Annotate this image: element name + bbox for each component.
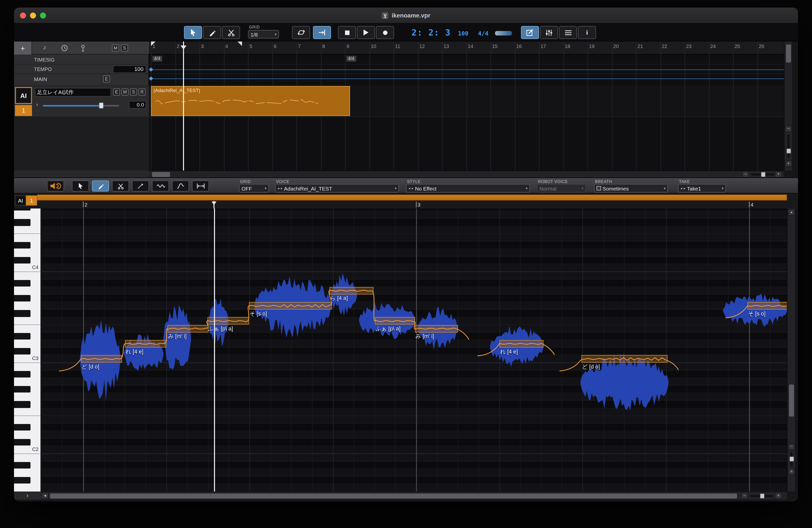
prev-arrow-icon[interactable]: ◂ bbox=[681, 186, 682, 190]
white-key[interactable]: C4 bbox=[14, 264, 41, 272]
white-key[interactable] bbox=[14, 317, 41, 325]
roll-ruler[interactable]: 234 bbox=[14, 201, 798, 208]
white-key[interactable] bbox=[14, 431, 41, 439]
loop-end-marker[interactable] bbox=[237, 42, 242, 46]
timeline-playhead[interactable] bbox=[183, 42, 184, 171]
arrangement-hscrollbar[interactable]: − + bbox=[149, 171, 784, 177]
hscroll-thumb[interactable] bbox=[152, 172, 170, 177]
roll-hzoom-knob[interactable] bbox=[760, 494, 765, 499]
black-key[interactable] bbox=[14, 294, 41, 302]
black-key[interactable] bbox=[14, 385, 41, 393]
next-arrow-icon[interactable]: ▸ bbox=[412, 186, 414, 190]
vscroll-thumb[interactable] bbox=[786, 44, 791, 62]
horizontal-zoom-in-button[interactable]: + bbox=[775, 171, 782, 177]
scroll-up-button[interactable]: ▲ bbox=[788, 209, 795, 216]
roll-hscrollbar[interactable]: ◀ − + bbox=[41, 492, 787, 499]
roll-hzoom-out-button[interactable]: − bbox=[741, 493, 748, 499]
track-solo-button[interactable]: S bbox=[130, 88, 137, 96]
loop-start-marker[interactable] bbox=[151, 42, 156, 46]
main-edit-button[interactable]: E bbox=[103, 75, 110, 83]
arrangement-grid[interactable]: 1234567891011121314151617181920212223242… bbox=[149, 42, 784, 171]
white-key[interactable] bbox=[14, 378, 41, 385]
white-key[interactable] bbox=[14, 226, 41, 234]
piano-roll-grid[interactable]: ど [d o]れ [4 e]み [m' i]ふぁ [p\ a]そ [s o]ら … bbox=[41, 208, 787, 492]
roll-pencil-tool-button[interactable] bbox=[92, 180, 109, 191]
timesig-chip[interactable]: 4/4 bbox=[346, 56, 356, 62]
master-mute-button[interactable]: M bbox=[112, 44, 119, 52]
white-key[interactable] bbox=[14, 211, 41, 219]
white-key[interactable]: C3 bbox=[14, 355, 41, 363]
scissors-tool-button[interactable] bbox=[222, 26, 240, 39]
loop-button[interactable] bbox=[292, 26, 310, 39]
stop-button[interactable] bbox=[338, 26, 356, 39]
automation-point[interactable] bbox=[149, 68, 153, 72]
roll-hscroll-thumb[interactable] bbox=[50, 494, 737, 499]
mixer-button[interactable] bbox=[540, 26, 558, 39]
preview-play-button[interactable] bbox=[47, 180, 64, 191]
black-key[interactable] bbox=[14, 256, 41, 264]
keyboard-expand-button[interactable]: › bbox=[14, 492, 41, 499]
horizontal-zoom-out-button[interactable]: − bbox=[742, 171, 749, 177]
vertical-zoom-slider[interactable] bbox=[787, 134, 789, 158]
white-key[interactable] bbox=[14, 325, 41, 332]
timesig-chip[interactable]: 4/4 bbox=[152, 56, 162, 62]
clock-icon[interactable] bbox=[61, 44, 68, 52]
white-key[interactable] bbox=[14, 249, 41, 256]
timeline-playhead-marker[interactable] bbox=[180, 45, 186, 49]
breath-select[interactable]: Sometimes ▾ bbox=[594, 184, 668, 192]
white-key[interactable] bbox=[14, 469, 41, 476]
white-key[interactable]: C2 bbox=[14, 446, 41, 454]
roll-grid-select[interactable]: OFF ▾ bbox=[239, 184, 269, 192]
volume-slider-knob[interactable] bbox=[99, 103, 103, 108]
black-key[interactable] bbox=[14, 279, 41, 287]
note-icon[interactable]: ♪ bbox=[43, 44, 46, 51]
black-key[interactable] bbox=[14, 401, 41, 408]
pencil-tool-button[interactable] bbox=[203, 26, 221, 39]
zoom-button[interactable] bbox=[40, 13, 46, 18]
roll-playhead-marker[interactable] bbox=[212, 202, 217, 205]
tempo-automation-line[interactable] bbox=[149, 70, 784, 70]
black-key[interactable] bbox=[14, 370, 41, 378]
part-region-bar[interactable] bbox=[37, 194, 787, 201]
roll-scissors-tool-button[interactable] bbox=[112, 180, 129, 191]
automation-point[interactable] bbox=[149, 76, 153, 81]
edit-mode-button[interactable] bbox=[521, 26, 539, 39]
master-solo-button[interactable]: S bbox=[121, 44, 128, 52]
volume-value-field[interactable]: 0.0 bbox=[129, 101, 146, 108]
white-key[interactable] bbox=[14, 272, 41, 279]
white-key[interactable] bbox=[14, 363, 41, 370]
track-edit-button[interactable]: E bbox=[113, 88, 120, 96]
roll-hzoom-in-button[interactable]: + bbox=[775, 493, 782, 499]
close-button[interactable] bbox=[20, 13, 26, 18]
pitch-curve[interactable] bbox=[59, 290, 787, 371]
white-key[interactable] bbox=[14, 287, 41, 294]
play-button[interactable] bbox=[357, 26, 375, 39]
black-key[interactable] bbox=[14, 310, 41, 317]
take-select[interactable]: ◂ ▸ Take1 ▾ bbox=[678, 184, 726, 192]
main-automation-line[interactable] bbox=[149, 78, 784, 79]
roll-pointer-tool-button[interactable] bbox=[72, 180, 89, 191]
track-mute-button[interactable]: M bbox=[121, 88, 129, 96]
prev-arrow-icon[interactable]: ◂ bbox=[277, 186, 279, 190]
track-region[interactable]: (AdachiRei_AI_TEST) bbox=[151, 86, 350, 116]
add-track-button[interactable]: + bbox=[14, 42, 32, 55]
scroll-left-button[interactable]: ◀ bbox=[42, 493, 48, 499]
arrangement-vscrollbar[interactable]: − + bbox=[784, 42, 792, 171]
roll-vzoom-in-button[interactable]: + bbox=[788, 469, 795, 475]
grid-select[interactable]: 1/8 ▾ bbox=[248, 30, 279, 39]
white-key[interactable] bbox=[14, 393, 41, 401]
black-key[interactable] bbox=[14, 461, 41, 469]
vertical-zoom-out-button[interactable]: − bbox=[785, 126, 792, 132]
line-tool-button[interactable] bbox=[132, 180, 149, 191]
vertical-zoom-knob[interactable] bbox=[786, 148, 791, 153]
track-expand-chevron[interactable]: › bbox=[36, 101, 38, 108]
prev-arrow-icon[interactable]: ◂ bbox=[408, 186, 410, 190]
roll-vzoom-out-button[interactable]: − bbox=[788, 443, 795, 450]
black-key[interactable] bbox=[14, 208, 41, 211]
track-record-button[interactable]: R bbox=[139, 88, 145, 96]
tempo-value-field[interactable]: 100 bbox=[113, 65, 146, 73]
snap-button[interactable] bbox=[313, 26, 331, 39]
white-key[interactable] bbox=[14, 454, 41, 461]
minimize-button[interactable] bbox=[30, 13, 36, 18]
horizontal-zoom-knob[interactable] bbox=[761, 172, 766, 177]
